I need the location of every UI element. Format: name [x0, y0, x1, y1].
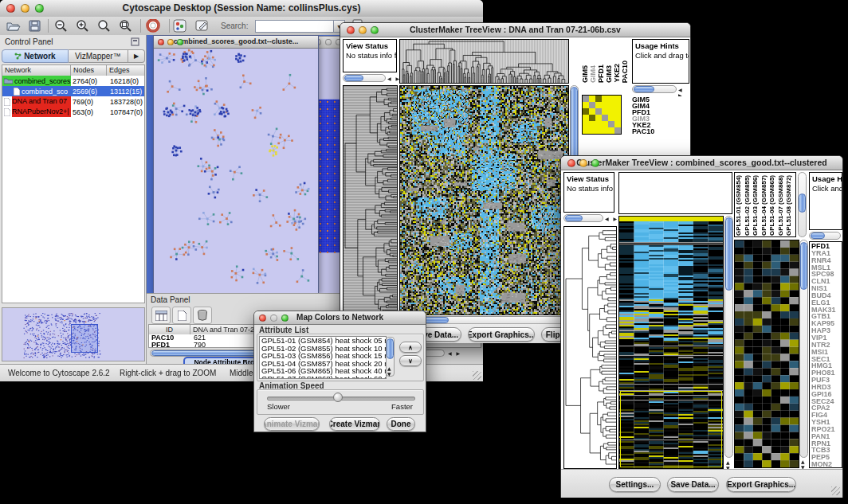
- global-heatmap-pane[interactable]: [399, 85, 569, 315]
- settings-button[interactable]: Settings...: [609, 477, 661, 492]
- array-column-label[interactable]: GPL51-08 (GSM872): [786, 175, 795, 236]
- zoom-fit-icon[interactable]: [97, 19, 112, 33]
- network-tree-row[interactable]: DNA and Tran 07 769(0) 183728(0): [2, 96, 144, 107]
- zoom-vscrollbar[interactable]: [799, 240, 808, 458]
- usage-hints-hscrollbar[interactable]: [809, 232, 841, 240]
- zoom-matrix-pane[interactable]: [582, 95, 622, 135]
- attribute-item[interactable]: GPL51-07 (GSM868) heat shock 60 min: [260, 375, 386, 380]
- array-column-label[interactable]: GPL51-01 (GSM854): [736, 175, 744, 236]
- zoom-button[interactable]: [591, 159, 599, 167]
- close-button[interactable]: [259, 315, 266, 322]
- treeview-combined-titlebar[interactable]: ClusterMaker TreeView : combined_scores_…: [561, 156, 842, 170]
- zoom-selected-icon[interactable]: [119, 19, 133, 33]
- zoom-button[interactable]: [177, 39, 183, 45]
- dialog-titlebar[interactable]: Map Colors to Network: [254, 311, 426, 325]
- network-window-titlebar[interactable]: combined_scores_good.txt--cluste...: [154, 36, 318, 49]
- scrollbar-arrows[interactable]: ◀ ▶: [448, 350, 461, 356]
- view-status-hscrollbar[interactable]: [563, 214, 603, 222]
- document-icon: [14, 88, 20, 96]
- scrollbar-arrows[interactable]: ◀ ▶: [605, 216, 618, 221]
- treeview-combined-window: ClusterMaker TreeView : combined_scores_…: [560, 155, 843, 498]
- network-tree-row[interactable]: combined_scores 2764(0) 16218(0): [2, 76, 144, 86]
- data-panel-title: Data Panel: [151, 295, 190, 304]
- tab-network[interactable]: Network: [2, 49, 69, 63]
- zoom-button[interactable]: [281, 315, 289, 322]
- zoom-heatmap-pane[interactable]: [734, 240, 799, 468]
- select-attributes-icon[interactable]: [151, 307, 171, 324]
- tabs-overflow-button[interactable]: ▶: [128, 49, 145, 63]
- help-lifesaver-icon[interactable]: [146, 19, 160, 33]
- resize-grip[interactable]: [473, 371, 481, 380]
- view-status-hscrollbar[interactable]: [343, 74, 386, 82]
- zoom-in-icon[interactable]: [76, 19, 90, 33]
- search-input[interactable]: [255, 20, 335, 33]
- save-icon[interactable]: [29, 20, 41, 33]
- usage-hints-box: Usage Hints Click and drag to: [809, 172, 842, 230]
- minimize-button[interactable]: [270, 315, 277, 322]
- column-header-network[interactable]: Network: [2, 65, 71, 76]
- move-down-button[interactable]: ∨: [399, 355, 422, 366]
- gene-row-label[interactable]: PAC10: [632, 128, 688, 135]
- column-labels-vscrollbar[interactable]: [798, 172, 807, 237]
- delete-attribute-icon[interactable]: [193, 307, 212, 324]
- network-graph-canvas[interactable]: [154, 49, 318, 293]
- minimize-button[interactable]: [359, 26, 367, 34]
- minimize-button[interactable]: [579, 159, 587, 167]
- create-vizmap-button[interactable]: Create Vizmap: [329, 417, 380, 431]
- close-button[interactable]: [6, 4, 15, 13]
- export-graphics-button[interactable]: Export Graphics...: [468, 327, 535, 342]
- close-button[interactable]: [567, 159, 575, 167]
- resize-grip[interactable]: [831, 486, 840, 495]
- row-dendrogram-pane[interactable]: [563, 226, 617, 469]
- column-header-edges[interactable]: Edges: [107, 65, 144, 76]
- save-data-button[interactable]: Save Data...: [667, 477, 719, 492]
- minimize-button[interactable]: [325, 39, 332, 45]
- network-tree-table: Network Nodes Edges combined_scores 2764…: [2, 64, 145, 303]
- row-dendrogram-pane[interactable]: [343, 85, 398, 315]
- zoom-button[interactable]: [371, 26, 379, 34]
- zoom-button[interactable]: [35, 4, 44, 13]
- minimize-button[interactable]: [21, 4, 29, 13]
- toolbar-separator: [169, 19, 170, 33]
- network-overview-panel[interactable]: [2, 307, 145, 361]
- overview-canvas[interactable]: [2, 308, 144, 361]
- move-up-button[interactable]: ∧: [399, 342, 422, 353]
- tab-vizmapper[interactable]: VizMapper™: [69, 49, 128, 63]
- column-header-nodes[interactable]: Nodes: [71, 65, 107, 76]
- column-dendrogram-pane[interactable]: [399, 39, 569, 84]
- export-graphics-button[interactable]: Export Graphics...: [726, 477, 796, 492]
- network-tree-row[interactable]: RNAPuberNov2+| 563(0) 107847(0): [2, 107, 144, 117]
- float-panel-icon[interactable]: [131, 37, 139, 46]
- close-button[interactable]: [158, 39, 164, 45]
- control-panel-title: Control Panel: [5, 37, 53, 46]
- close-button[interactable]: [347, 26, 355, 34]
- minimize-button[interactable]: [167, 39, 174, 45]
- usage-hints-hscrollbar[interactable]: [632, 85, 677, 93]
- done-button[interactable]: Done: [387, 417, 415, 431]
- gene-column-label[interactable]: PAC10: [622, 61, 630, 83]
- vizmapper-icon[interactable]: [173, 19, 186, 33]
- zoom-out-icon[interactable]: [54, 19, 69, 33]
- status-zoom-hint: Right-click + drag to ZOOM: [120, 369, 216, 377]
- animate-vizmap-button[interactable]: Animate Vizmap: [264, 417, 320, 431]
- heatmap-vscrollbar[interactable]: [724, 216, 733, 458]
- view-status-box: View Status No status info f: [343, 39, 397, 72]
- main-titlebar[interactable]: Cytoscape Desktop (Session Name: collins…: [0, 0, 483, 18]
- open-folder-icon[interactable]: [6, 20, 21, 33]
- control-panel: Control Panel Network VizMapper™ ▶ Netwo…: [0, 35, 147, 364]
- scrollbar-arrows[interactable]: ▲▼: [801, 459, 805, 470]
- status-pan-hint: Middle-: [230, 369, 256, 377]
- speed-slider-thumb[interactable]: [333, 393, 343, 402]
- new-attribute-icon[interactable]: [172, 307, 191, 324]
- window-controls: [6, 4, 44, 13]
- zoom-column-labels: GIM5GIM4PFD1GIM3YKE2PAC10: [582, 39, 631, 83]
- network-tree-row-selected[interactable]: combined_sco 2569(6) 13112(15): [2, 86, 144, 96]
- gene-list: PFD1YRA1RNR4MSL1SPC98CLN1NIS1BUD4ELG1MAK…: [809, 241, 842, 468]
- control-panel-tabs: Network VizMapper™ ▶: [2, 49, 145, 63]
- annotation-icon[interactable]: [195, 19, 210, 33]
- scrollbar-arrows[interactable]: ▲▼: [387, 365, 391, 377]
- desktop: Cytoscape Desktop (Session Name: collins…: [0, 0, 848, 504]
- treeview-dna-titlebar[interactable]: ClusterMaker TreeView : DNA and Tran 07-…: [340, 23, 690, 37]
- gene-label[interactable]: MON2: [811, 461, 842, 468]
- global-heatmap-pane[interactable]: [618, 216, 724, 469]
